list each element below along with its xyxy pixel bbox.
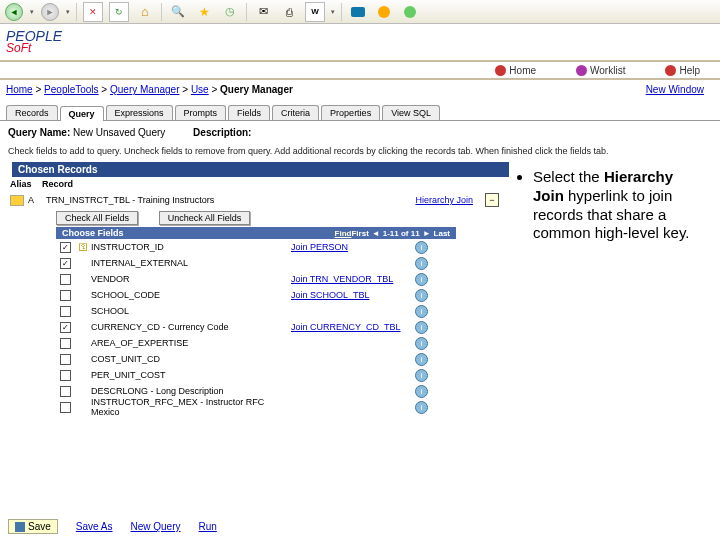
print-button[interactable]: ⎙	[279, 2, 299, 22]
tab-criteria[interactable]: Criteria	[272, 105, 319, 120]
crumb-peopletools[interactable]: PeopleTools	[44, 84, 98, 95]
field-checkbox[interactable]	[60, 354, 71, 365]
home-button[interactable]: ⌂	[135, 2, 155, 22]
search-button[interactable]: 🔍	[168, 2, 188, 22]
check-all-button[interactable]: Check All Fields	[56, 211, 138, 225]
join-link[interactable]: Join TRN_VENDOR_TBL	[291, 274, 411, 284]
uncheck-all-button[interactable]: Uncheck All Fields	[159, 211, 251, 225]
field-checkbox[interactable]	[60, 322, 71, 333]
field-row: SCHOOL_CODEJoin SCHOOL_TBLi	[6, 287, 503, 303]
info-icon[interactable]: i	[415, 401, 428, 414]
field-checkbox[interactable]	[60, 370, 71, 381]
tab-records[interactable]: Records	[6, 105, 58, 120]
home-icon: ⌂	[141, 4, 149, 19]
field-buttons: Check All Fields Uncheck All Fields	[6, 209, 503, 227]
info-icon[interactable]: i	[415, 273, 428, 286]
tab-properties[interactable]: Properties	[321, 105, 380, 120]
save-as-link[interactable]: Save As	[76, 521, 113, 532]
field-checkbox[interactable]	[60, 258, 71, 269]
crumb-query-manager[interactable]: Query Manager	[110, 84, 179, 95]
field-checkbox[interactable]	[60, 386, 71, 397]
mail-button[interactable]: ✉	[253, 2, 273, 22]
help-icon	[665, 65, 676, 76]
logo-area: PEOPLESoFt	[0, 24, 720, 62]
nav-home[interactable]: Home	[495, 65, 536, 76]
tab-prompts[interactable]: Prompts	[175, 105, 227, 120]
worklist-icon	[576, 65, 587, 76]
mail-icon: ✉	[259, 5, 268, 18]
disk-icon	[15, 522, 25, 532]
record-header-row: Alias Record	[6, 177, 503, 191]
home-nav-icon	[495, 65, 506, 76]
nav-help[interactable]: Help	[665, 65, 700, 76]
word-button[interactable]: W	[305, 2, 325, 22]
favorites-button[interactable]: ★	[194, 2, 214, 22]
crumb-home[interactable]: Home	[6, 84, 33, 95]
word-dropdown-icon[interactable]: ▾	[331, 8, 335, 16]
info-icon[interactable]: i	[415, 321, 428, 334]
refresh-button[interactable]: ↻	[109, 2, 129, 22]
clock-icon: ◷	[225, 5, 235, 18]
join-link[interactable]: Join CURRENCY_CD_TBL	[291, 322, 411, 332]
join-link[interactable]: Join SCHOOL_TBL	[291, 290, 411, 300]
annotation-text: Select the Hierarchy Join hyperlink to j…	[533, 168, 700, 243]
tab-view-sql[interactable]: View SQL	[382, 105, 440, 120]
first-link[interactable]: First	[351, 229, 368, 238]
key-icon	[79, 290, 89, 300]
key-icon	[79, 306, 89, 316]
remove-record-button[interactable]: −	[485, 193, 499, 207]
field-checkbox[interactable]	[60, 242, 71, 253]
tab-fields[interactable]: Fields	[228, 105, 270, 120]
folder-icon[interactable]	[10, 195, 24, 206]
info-icon[interactable]: i	[415, 337, 428, 350]
field-checkbox[interactable]	[60, 290, 71, 301]
ext-button-1[interactable]	[348, 2, 368, 22]
badge-icon	[351, 7, 365, 17]
next-icon[interactable]: ►	[423, 229, 431, 238]
history-button[interactable]: ◷	[220, 2, 240, 22]
back-dropdown-icon[interactable]: ▾	[30, 8, 34, 16]
nav-worklist[interactable]: Worklist	[576, 65, 625, 76]
field-checkbox[interactable]	[60, 274, 71, 285]
field-checkbox[interactable]	[60, 338, 71, 349]
last-link[interactable]: Last	[434, 229, 450, 238]
field-checkbox[interactable]	[60, 402, 71, 413]
info-icon[interactable]: i	[415, 241, 428, 254]
crumb-current: Query Manager	[220, 84, 293, 95]
ball-icon	[378, 6, 390, 18]
save-button[interactable]: Save	[8, 519, 58, 534]
info-icon[interactable]: i	[415, 369, 428, 382]
new-query-link[interactable]: New Query	[131, 521, 181, 532]
crumb-use[interactable]: Use	[191, 84, 209, 95]
field-checkbox[interactable]	[60, 306, 71, 317]
info-icon[interactable]: i	[415, 353, 428, 366]
info-icon[interactable]: i	[415, 385, 428, 398]
hierarchy-join-link[interactable]: Hierarchy Join	[415, 195, 473, 205]
query-line: Query Name: New Unsaved Query Descriptio…	[0, 121, 720, 144]
run-link[interactable]: Run	[199, 521, 217, 532]
info-icon[interactable]: i	[415, 305, 428, 318]
new-window-link[interactable]: New Window	[646, 84, 714, 95]
join-link[interactable]: Join PERSON	[291, 242, 411, 252]
key-icon	[79, 402, 89, 412]
field-name: VENDOR	[91, 274, 291, 284]
field-row: SCHOOLi	[6, 303, 503, 319]
back-button[interactable]: ◄	[4, 2, 24, 22]
key-icon: ⚿	[79, 242, 89, 252]
key-icon	[79, 354, 89, 364]
star-icon: ★	[199, 5, 210, 19]
search-icon: 🔍	[171, 5, 185, 18]
field-name: CURRENCY_CD - Currency Code	[91, 322, 291, 332]
ext-button-3[interactable]	[400, 2, 420, 22]
find-link[interactable]: Find	[335, 229, 352, 238]
info-icon[interactable]: i	[415, 289, 428, 302]
info-icon[interactable]: i	[415, 257, 428, 270]
tab-query[interactable]: Query	[60, 106, 104, 121]
forward-dropdown-icon[interactable]: ▾	[66, 8, 70, 16]
forward-button[interactable]: ►	[40, 2, 60, 22]
prev-icon[interactable]: ◄	[372, 229, 380, 238]
tab-expressions[interactable]: Expressions	[106, 105, 173, 120]
stop-button[interactable]: ✕	[83, 2, 103, 22]
choose-fields-bar: Choose Fields Find First ◄ 1-11 of 11 ► …	[56, 227, 456, 239]
ext-button-2[interactable]	[374, 2, 394, 22]
